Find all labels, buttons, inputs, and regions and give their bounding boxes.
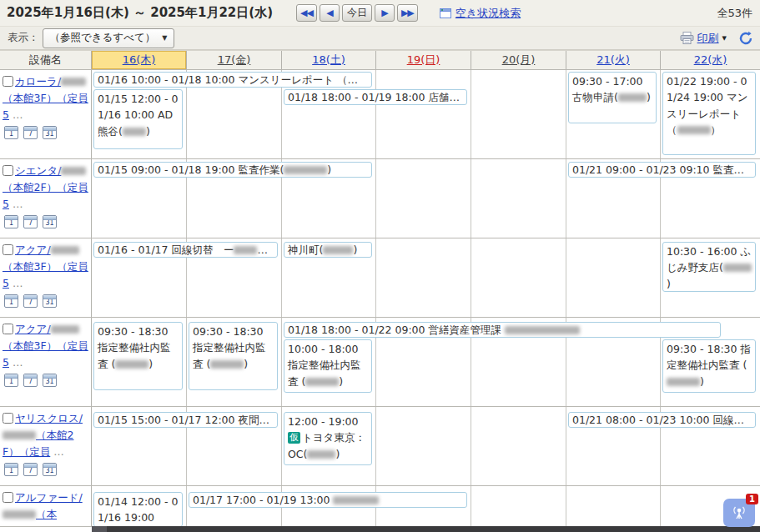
day-cell[interactable]	[376, 238, 471, 317]
day-header-link[interactable]: 17(金)	[218, 53, 251, 66]
event-item[interactable]: 09:30 - 18:30 指定整備社内監査 ()	[662, 339, 756, 393]
event-item[interactable]: 10:00 - 18:00 指定整備社内監査 ()	[284, 339, 372, 393]
day-cell[interactable]	[471, 159, 566, 238]
event-text: 01/15 15:00 - 01/17 12:00 夜間…	[98, 414, 269, 426]
event-item[interactable]: 01/15 09:00 - 01/18 19:00 監査作業()	[93, 162, 372, 178]
week-view-icon[interactable]: 7	[23, 463, 38, 476]
view-filter-value: （参照できるすべて）	[50, 31, 156, 45]
redacted-text	[210, 360, 244, 369]
event-item[interactable]: 01/16 10:00 - 01/18 10:00 マンスリーレポート （…	[93, 72, 372, 88]
event-item[interactable]: 神川町()	[284, 242, 372, 258]
month-view-icon[interactable]: 31	[43, 463, 57, 476]
availability-search-label[interactable]: 空き状況検索	[455, 6, 521, 21]
event-item[interactable]: 01/18 18:00 - 01/19 18:00 店舗…	[284, 89, 467, 105]
day-header-link[interactable]: 19(日)	[407, 53, 440, 66]
event-text: ヤリスクロス/	[15, 412, 83, 424]
day-header-link[interactable]: 21(火)	[596, 53, 630, 66]
event-item[interactable]: 09:30 - 18:30 指定整備社内監査 ()	[189, 322, 278, 390]
event-item[interactable]: 09:30 - 17:00 古物申請()	[568, 72, 657, 123]
facility-link[interactable]: アルファード/（本	[3, 491, 83, 520]
print-menu-caret-icon[interactable]: ▼	[722, 35, 727, 42]
day-header-link[interactable]: 16(木)	[123, 53, 156, 66]
event-text: )	[335, 448, 340, 460]
calendar-icon-number: 31	[45, 219, 53, 228]
event-item[interactable]: 01/21 09:00 - 01/23 09:10 監査…	[568, 162, 756, 178]
event-text: アクア/	[15, 323, 51, 335]
day-cell[interactable]	[376, 70, 471, 158]
view-icons: 1731	[4, 294, 89, 308]
event-item[interactable]: 01/17 17:00 - 01/19 13:00	[189, 492, 467, 508]
calendar-icon-number: 7	[28, 378, 33, 386]
event-item[interactable]: 10:30 - 16:00 ふじみ野支店()	[662, 242, 756, 292]
view-filter-select[interactable]: （参照できるすべて） ▼	[43, 28, 175, 48]
prev-week-button[interactable]: ◀◀	[296, 4, 317, 22]
week-view-icon[interactable]: 7	[23, 374, 38, 387]
facility-link[interactable]: ヤリスクロス/（本館2F）（定員	[3, 412, 83, 458]
redacted-text	[284, 166, 327, 174]
event-text: 09:30 - 18:30 指定整備社内監査 (	[667, 343, 751, 371]
event-item[interactable]: 01/22 19:00 - 01/24 19:00 マンスリーレポート （）	[662, 72, 756, 155]
facility-checkbox[interactable]	[3, 76, 13, 87]
next-day-button[interactable]: ▶	[375, 4, 395, 22]
calendar-icon-number: 31	[45, 467, 53, 475]
facility-cell: カローラ/（本館3F）（定員5…1731	[0, 70, 92, 158]
facility-cell: ヤリスクロス/（本館2F）（定員…1731	[0, 407, 92, 485]
event-item[interactable]: 12:00 - 19:00 仮トヨタ東京：OC()	[284, 412, 372, 465]
event-item[interactable]: 01/16 - 01/17 回線切替 ー…	[93, 242, 278, 258]
month-view-icon[interactable]: 31	[43, 294, 57, 308]
day-view-icon[interactable]: 1	[4, 463, 18, 476]
facility-checkbox[interactable]	[3, 413, 13, 424]
redacted-text	[3, 510, 36, 519]
next-week-button[interactable]: ▶▶	[397, 4, 418, 22]
calendar-icon-number: 1	[9, 219, 13, 228]
calendar-icon-number: 31	[45, 130, 53, 138]
event-text: シエンタ/	[15, 164, 61, 177]
event-item[interactable]: 01/21 08:00 - 01/23 10:00 回線…	[568, 412, 756, 428]
facility-checkbox[interactable]	[3, 165, 13, 176]
day-header-link[interactable]: 22(水)	[694, 53, 727, 66]
event-item[interactable]: 01/14 12:00 - 01/16 19:00	[93, 492, 183, 527]
event-item[interactable]: 01/15 15:00 - 01/17 12:00 夜間…	[93, 412, 278, 428]
day-view-icon[interactable]: 1	[4, 374, 18, 387]
day-cell[interactable]	[471, 238, 566, 317]
day-header-link[interactable]: 20(月)	[502, 53, 536, 66]
facility-checkbox[interactable]	[3, 324, 13, 334]
event-item[interactable]: 09:30 - 18:30 指定整備社内監査 ()	[93, 322, 183, 390]
redacted-text	[323, 246, 353, 254]
day-header-link[interactable]: 18(土)	[312, 53, 345, 66]
day-view-icon[interactable]: 1	[4, 294, 18, 308]
refresh-icon[interactable]	[738, 31, 753, 46]
day-cell[interactable]	[376, 407, 471, 485]
redacted-text	[61, 78, 86, 86]
facility-checkbox[interactable]	[3, 492, 13, 503]
notification-widget[interactable]: 1	[723, 499, 755, 527]
truncation-ellipsis: …	[13, 198, 23, 210]
month-view-icon[interactable]: 31	[43, 374, 57, 387]
day-cell[interactable]	[471, 486, 566, 526]
month-view-icon[interactable]: 31	[43, 126, 57, 139]
day-cell[interactable]	[471, 407, 566, 485]
day-cell[interactable]	[566, 486, 661, 526]
month-view-icon[interactable]: 31	[43, 215, 57, 228]
event-item[interactable]: 01/18 18:00 - 01/22 09:00 営繕資産管理課	[284, 322, 721, 338]
week-view-icon[interactable]: 7	[23, 215, 38, 228]
day-view-icon[interactable]: 1	[4, 126, 18, 139]
day-cell[interactable]	[566, 238, 661, 317]
prev-day-button[interactable]: ◀	[320, 4, 340, 22]
facility-checkbox[interactable]	[3, 244, 13, 255]
availability-search-link[interactable]: 空き状況検索	[440, 6, 521, 21]
event-item[interactable]: 01/15 12:00 - 01/16 10:00 AD熊谷()	[93, 89, 183, 149]
day-view-icon[interactable]: 1	[4, 215, 18, 228]
today-button[interactable]: 今日	[342, 4, 372, 22]
week-view-icon[interactable]: 7	[23, 126, 38, 139]
week-view-icon[interactable]: 7	[23, 294, 38, 308]
toolbar: 表示： （参照できるすべて） ▼ 印刷 ▼	[0, 27, 760, 50]
redacted-text	[115, 360, 148, 369]
redacted-text	[505, 326, 580, 334]
day-cell[interactable]	[471, 70, 566, 158]
scrollbar-left-button[interactable]	[92, 526, 107, 532]
horizontal-scrollbar[interactable]	[92, 526, 760, 532]
calendar-icon-number: 7	[28, 299, 33, 307]
print-link[interactable]: 印刷	[697, 31, 719, 46]
day-cell[interactable]	[376, 159, 471, 238]
